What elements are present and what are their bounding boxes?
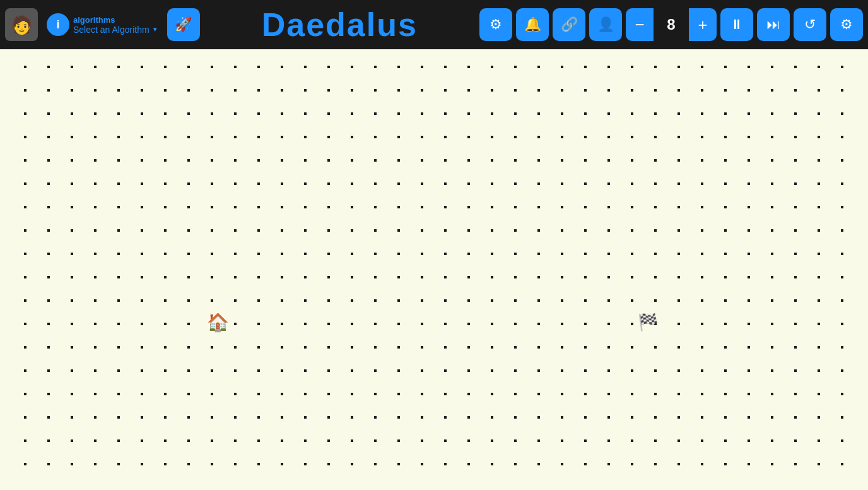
fast-forward-button[interactable]: ⏭: [757, 8, 790, 41]
app-title: Daedalus: [204, 6, 476, 44]
refresh-button[interactable]: ↺: [794, 8, 826, 41]
settings-button[interactable]: ⚙: [830, 8, 863, 41]
sliders-icon: ⚙: [490, 16, 502, 33]
sliders-button[interactable]: ⚙: [479, 8, 512, 41]
canvas-area[interactable]: 🏠 🏁: [0, 49, 868, 490]
toolbar: 🧑 i algorithms Select an Algorithm ▼ 🚀 D…: [0, 0, 868, 49]
right-controls: ⚙ 🔔 🔗 👤 − 8 + ⏸ ⏭: [479, 8, 863, 41]
chevron-down-icon: ▼: [152, 26, 158, 33]
rocket-icon: 🚀: [175, 16, 192, 33]
refresh-icon: ↺: [804, 16, 816, 33]
network-button[interactable]: 🔗: [553, 8, 585, 41]
pause-button[interactable]: ⏸: [720, 8, 753, 41]
algo-value: Select an Algorithm ▼: [73, 25, 158, 35]
info-icon: i: [56, 18, 59, 32]
algorithm-dropdown[interactable]: algorithms Select an Algorithm ▼: [73, 15, 158, 35]
bell-icon: 🔔: [524, 16, 541, 33]
person-button[interactable]: 👤: [589, 8, 622, 41]
pause-icon: ⏸: [730, 16, 744, 33]
plus-icon: +: [698, 15, 707, 35]
fast-forward-icon: ⏭: [766, 16, 780, 33]
settings-icon: ⚙: [840, 16, 853, 33]
home-icon[interactable]: 🏠: [207, 312, 229, 333]
algo-selector-group: i algorithms Select an Algorithm ▼: [42, 13, 163, 36]
algo-section-label: algorithms: [73, 15, 158, 25]
rocket-button[interactable]: 🚀: [167, 8, 200, 41]
decrement-button[interactable]: −: [626, 8, 654, 41]
info-button[interactable]: i: [47, 13, 69, 36]
finish-flag-icon[interactable]: 🏁: [638, 313, 658, 332]
increment-button[interactable]: +: [689, 8, 717, 41]
bell-button[interactable]: 🔔: [516, 8, 549, 41]
person-icon: 👤: [597, 16, 614, 33]
avatar[interactable]: 🧑: [5, 8, 38, 41]
network-icon: 🔗: [561, 16, 578, 33]
counter-display: 8: [657, 8, 685, 41]
dot-grid: [0, 49, 868, 490]
minus-icon: −: [635, 15, 644, 35]
